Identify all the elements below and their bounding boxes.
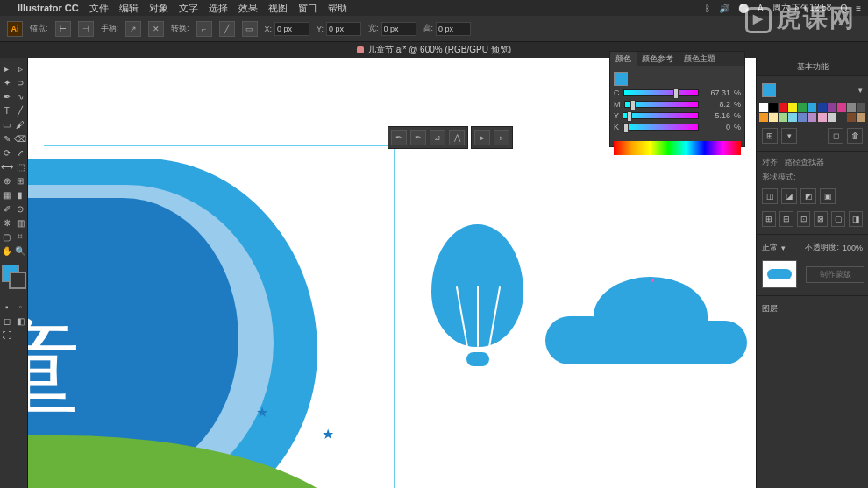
current-fill-swatch[interactable] [762,83,776,97]
app-name[interactable]: Illustrator CC [18,3,79,13]
artwork-balloon[interactable] [431,224,523,373]
corner-btn-2[interactable]: ╱ [219,21,235,37]
clock-status[interactable]: 周六 下午12:58 [772,2,832,14]
opacity-value[interactable]: 100% [843,244,863,252]
swatch-6[interactable] [818,103,827,112]
ai-home-button[interactable]: Ai [7,21,23,37]
add-anchor-tool[interactable]: ✒ [391,130,407,145]
slider-value-Y[interactable]: 5.16 [702,111,730,120]
selected-anchor-point[interactable] [651,279,654,282]
artwork-cloud[interactable] [545,277,747,364]
floating-pen-tools[interactable]: ✒ ✒ ⊿ ⋀ [388,126,468,149]
gradient-mode-btn[interactable]: ▫ [14,300,28,314]
slider-C[interactable] [623,89,699,96]
swatch-4[interactable] [798,103,807,112]
menu-edit[interactable]: 编辑 [119,2,139,15]
delete-anchor-tool[interactable]: ✒ [410,130,426,145]
menu-help[interactable]: 帮助 [328,2,347,15]
menu-icon[interactable]: ≡ [856,4,861,13]
color-spectrum[interactable] [614,141,741,155]
width-tool[interactable]: ⟷ [0,159,14,173]
swatch-delete-btn[interactable]: 🗑 [847,128,863,144]
perspective-tool[interactable]: ⊞ [14,173,28,187]
handle-btn-1[interactable]: ↗ [125,21,141,37]
swatch-1[interactable] [769,103,778,112]
hand-tool[interactable]: ✋ [0,244,14,258]
slider-K[interactable] [623,124,699,131]
scale-tool[interactable]: ⤢ [14,145,28,159]
swatch-21[interactable] [857,113,865,122]
swatch-5[interactable] [808,103,816,112]
color-panel-swatch[interactable] [614,72,628,86]
layers-tab[interactable]: 图层 [762,303,778,315]
anchor-convert-btn-1[interactable]: ⊢ [55,21,71,37]
blend-mode-select[interactable]: 正常 [762,242,778,253]
select-tool-float[interactable]: ▸ [474,130,490,145]
swatch-15[interactable] [798,113,807,122]
input-icon[interactable]: A [758,4,764,13]
w-input[interactable] [381,22,416,36]
artboard-tool[interactable]: ▢ [0,230,14,244]
graph-tool[interactable]: ▥ [14,216,28,230]
artwork-star-1[interactable]: ★ [256,404,268,421]
bluetooth-icon[interactable]: ᛒ [705,4,710,13]
wifi-icon[interactable]: ⚪ [738,4,749,13]
slider-value-K[interactable]: 0 [702,123,730,131]
slider-Y[interactable] [623,112,699,119]
pathfinder-exclude[interactable]: ▣ [820,188,836,204]
swatch-10[interactable] [857,103,865,112]
artwork-star-2[interactable]: ★ [322,426,334,442]
swatch-11[interactable] [759,113,768,122]
floating-selection-tools[interactable]: ▸ ▹ [471,126,513,149]
swatch-20[interactable] [847,113,856,122]
spotlight-icon[interactable]: Q [840,4,847,13]
swatch-8[interactable] [837,103,846,112]
line-tool[interactable]: ╱ [14,103,28,117]
x-input[interactable] [274,22,309,36]
make-mask-button[interactable]: 制作蒙版 [806,266,864,283]
gradient-tool[interactable]: ▮ [14,187,28,202]
menu-object[interactable]: 对象 [149,2,168,15]
align-btn[interactable]: ▭ [242,21,258,37]
balloon-basket[interactable] [466,352,489,366]
stroke-color-swatch[interactable] [9,272,26,289]
pathfinder-outline[interactable]: ▢ [831,211,845,227]
swatch-3[interactable] [788,103,797,112]
blend-tool[interactable]: ⊙ [14,202,28,216]
swatch-16[interactable] [808,113,816,122]
menu-type[interactable]: 文字 [179,2,198,15]
balloon-envelope[interactable] [431,224,523,347]
pathfinder-crop[interactable]: ⊠ [814,211,828,227]
draw-normal-btn[interactable]: ◻ [0,314,14,328]
swatch-9[interactable] [847,103,856,112]
direct-selection-tool[interactable]: ▹ [14,61,28,75]
draw-behind-btn[interactable]: ◧ [14,314,28,328]
magic-wand-tool[interactable]: ✦ [0,75,14,89]
color-tab-guide[interactable]: 颜色参考 [637,52,679,66]
eraser-tool[interactable]: ⌫ [14,131,28,145]
swatch-14[interactable] [788,113,797,122]
pathfinder-merge[interactable]: ⊡ [797,211,811,227]
slider-value-C[interactable]: 67.31 [702,88,730,97]
swatch-2[interactable] [779,103,787,112]
pathfinder-trim[interactable]: ⊟ [779,211,793,227]
swatch-19[interactable] [837,113,846,122]
brush-tool[interactable]: 🖌 [14,117,28,131]
transparency-thumbnail[interactable] [762,260,797,288]
swatch-18[interactable] [828,113,836,122]
slider-value-M[interactable]: 8.2 [702,100,730,109]
menu-file[interactable]: 文件 [89,2,109,15]
swatch-0[interactable] [759,103,768,112]
swatch-lib-btn[interactable]: ⊞ [762,128,778,144]
pen-tool[interactable]: ✒ [0,89,14,103]
slice-tool[interactable]: ⌗ [14,230,28,244]
slider-M[interactable] [624,101,699,108]
symbol-sprayer-tool[interactable]: ❋ [0,216,14,230]
volume-icon[interactable]: 🔊 [719,4,729,13]
pathfinder-divide[interactable]: ⊞ [762,211,776,227]
swatch-17[interactable] [818,113,827,122]
selection-tool[interactable]: ▸ [0,61,14,75]
pathfinder-intersect[interactable]: ◩ [800,188,816,204]
rotate-tool[interactable]: ⟳ [0,145,14,159]
corner-btn-1[interactable]: ⌐ [196,21,212,37]
